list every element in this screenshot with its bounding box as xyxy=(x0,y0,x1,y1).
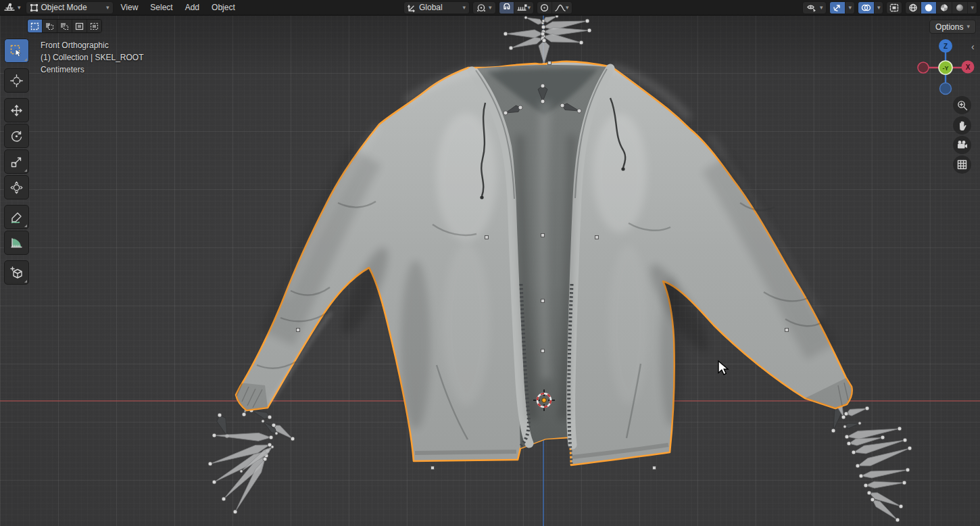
bone-joint[interactable] xyxy=(881,435,885,439)
bone-joint[interactable] xyxy=(541,99,545,103)
xray-toggle[interactable] xyxy=(886,1,902,14)
bone-joint[interactable] xyxy=(518,105,522,110)
snap-target-dropdown[interactable]: ▾ xyxy=(514,2,534,14)
bone-joint[interactable] xyxy=(504,32,508,36)
bone-joint[interactable] xyxy=(859,474,863,478)
bone-joint[interactable] xyxy=(560,103,564,107)
snap-toggle[interactable] xyxy=(499,2,514,14)
options-button[interactable]: Options ▾ xyxy=(929,20,976,34)
bone-joint[interactable] xyxy=(291,437,295,441)
bone-joint[interactable] xyxy=(212,433,216,437)
bone-joint[interactable] xyxy=(542,39,546,43)
bone[interactable] xyxy=(539,41,549,64)
tool-rotate[interactable] xyxy=(4,124,29,148)
select-mode-set[interactable] xyxy=(28,20,43,32)
bone-joint[interactable] xyxy=(587,28,591,32)
menu-view[interactable]: View xyxy=(116,0,143,15)
mode-dropdown[interactable]: Object Mode ▾ xyxy=(26,1,114,14)
bone[interactable] xyxy=(511,37,543,48)
toggle-ortho-button[interactable] xyxy=(953,156,971,174)
tool-transform[interactable] xyxy=(4,175,29,199)
bone-joint[interactable] xyxy=(541,32,545,36)
transform-orientation-dropdown[interactable]: Global ▾ xyxy=(403,1,470,14)
bone[interactable] xyxy=(845,423,860,429)
bone-joint[interactable] xyxy=(577,109,581,113)
menu-select[interactable]: Select xyxy=(145,0,177,15)
bone-joint[interactable] xyxy=(524,16,527,19)
bone-joint[interactable] xyxy=(263,457,267,461)
bone-joint[interactable] xyxy=(242,412,246,416)
bone-joint[interactable] xyxy=(845,435,849,439)
tool-scale[interactable] xyxy=(4,149,29,174)
bone-joint[interactable] xyxy=(858,422,861,425)
bone-joint[interactable] xyxy=(541,25,545,29)
bone-joint[interactable] xyxy=(504,111,508,115)
tool-add-cube[interactable] xyxy=(4,260,29,285)
bone-joint[interactable] xyxy=(541,84,545,88)
proportional-falloff-dropdown[interactable]: ▾ xyxy=(552,2,572,14)
select-mode-subtract[interactable] xyxy=(57,20,72,32)
bone-joint[interactable] xyxy=(233,510,237,514)
shading-dropdown[interactable]: ▾ xyxy=(968,2,977,14)
bone-joint[interactable] xyxy=(269,435,273,439)
bone-joint[interactable] xyxy=(275,432,278,435)
bone-joint[interactable] xyxy=(844,412,848,416)
scene-canvas[interactable] xyxy=(0,0,980,526)
shading-wireframe-button[interactable] xyxy=(906,2,921,14)
bone-joint[interactable] xyxy=(509,46,513,50)
tool-annotate[interactable] xyxy=(4,205,29,229)
overlays-dropdown[interactable]: ▾ xyxy=(875,2,883,14)
bone-joint[interactable] xyxy=(262,420,264,423)
bone-joint[interactable] xyxy=(222,497,226,501)
bone-joint[interactable] xyxy=(579,41,583,45)
bone-joint[interactable] xyxy=(867,491,871,495)
zoom-button[interactable] xyxy=(953,96,971,114)
show-gizmo-toggle[interactable] xyxy=(830,2,846,14)
bone[interactable] xyxy=(543,34,581,43)
tool-measure[interactable] xyxy=(4,231,29,255)
bone-joint[interactable] xyxy=(847,441,851,446)
bone[interactable] xyxy=(506,30,543,38)
tool-cursor[interactable] xyxy=(4,68,29,93)
gizmo-dropdown[interactable]: ▾ xyxy=(846,2,854,14)
gizmo-axis-neg-z[interactable] xyxy=(940,83,952,95)
proportional-edit-toggle[interactable] xyxy=(537,2,552,14)
pivot-point-dropdown[interactable]: ▾ xyxy=(472,1,496,14)
bone-joint[interactable] xyxy=(906,468,910,472)
bone-joint[interactable] xyxy=(240,470,243,473)
select-mode-extend[interactable] xyxy=(43,20,57,32)
bone-joint[interactable] xyxy=(896,518,900,522)
bone-joint[interactable] xyxy=(902,481,906,485)
menu-add[interactable]: Add xyxy=(180,0,204,15)
gizmo-axis-neg-x[interactable] xyxy=(918,62,929,73)
bone-joint[interactable] xyxy=(843,425,846,428)
bone-joint[interactable] xyxy=(212,480,216,484)
bone[interactable] xyxy=(861,470,908,478)
shading-rendered-button[interactable] xyxy=(952,2,968,14)
bone[interactable] xyxy=(846,408,867,416)
bone-joint[interactable] xyxy=(841,415,846,419)
bone-joint[interactable] xyxy=(218,413,222,417)
bone[interactable] xyxy=(251,410,270,419)
bone-joint[interactable] xyxy=(208,462,212,466)
navigation-gizmo[interactable]: X Z -Y xyxy=(914,36,977,99)
sidebar-collapse-arrow[interactable]: ‹ xyxy=(971,42,975,51)
select-mode-invert[interactable] xyxy=(72,20,87,32)
bone-joint[interactable] xyxy=(871,498,875,502)
bone-joint[interactable] xyxy=(908,446,912,450)
bone-joint[interactable] xyxy=(852,450,856,454)
bone-joint[interactable] xyxy=(899,504,903,508)
bone-joint[interactable] xyxy=(865,406,869,410)
tool-move[interactable] xyxy=(4,98,29,122)
bone[interactable] xyxy=(217,415,227,436)
pan-button[interactable] xyxy=(953,116,971,135)
bone-joint[interactable] xyxy=(542,20,545,22)
select-mode-intersect[interactable] xyxy=(87,20,101,32)
bone-joint[interactable] xyxy=(864,483,868,487)
bone-joint[interactable] xyxy=(898,427,902,431)
bone[interactable] xyxy=(526,18,543,24)
camera-view-button[interactable] xyxy=(953,136,971,154)
tool-select-box[interactable] xyxy=(4,39,29,63)
editor-type-button[interactable]: ▾ xyxy=(2,1,23,14)
bone[interactable] xyxy=(847,429,900,439)
